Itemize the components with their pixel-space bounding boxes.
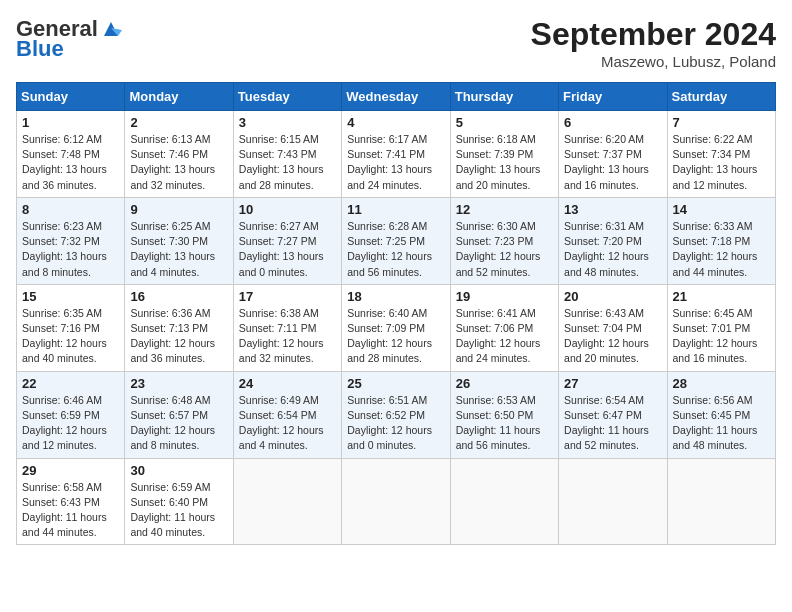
day-info: Sunrise: 6:22 AM Sunset: 7:34 PM Dayligh…: [673, 132, 770, 193]
logo-blue-text: Blue: [16, 36, 64, 62]
day-number: 25: [347, 376, 444, 391]
calendar-cell: 23Sunrise: 6:48 AM Sunset: 6:57 PM Dayli…: [125, 371, 233, 458]
calendar-cell: [450, 458, 558, 545]
location: Maszewo, Lubusz, Poland: [531, 53, 776, 70]
day-info: Sunrise: 6:46 AM Sunset: 6:59 PM Dayligh…: [22, 393, 119, 454]
calendar-cell: 20Sunrise: 6:43 AM Sunset: 7:04 PM Dayli…: [559, 284, 667, 371]
day-number: 22: [22, 376, 119, 391]
day-info: Sunrise: 6:28 AM Sunset: 7:25 PM Dayligh…: [347, 219, 444, 280]
day-info: Sunrise: 6:48 AM Sunset: 6:57 PM Dayligh…: [130, 393, 227, 454]
day-info: Sunrise: 6:59 AM Sunset: 6:40 PM Dayligh…: [130, 480, 227, 541]
day-info: Sunrise: 6:43 AM Sunset: 7:04 PM Dayligh…: [564, 306, 661, 367]
day-info: Sunrise: 6:15 AM Sunset: 7:43 PM Dayligh…: [239, 132, 336, 193]
day-info: Sunrise: 6:18 AM Sunset: 7:39 PM Dayligh…: [456, 132, 553, 193]
calendar-cell: 2Sunrise: 6:13 AM Sunset: 7:46 PM Daylig…: [125, 111, 233, 198]
day-info: Sunrise: 6:27 AM Sunset: 7:27 PM Dayligh…: [239, 219, 336, 280]
calendar-cell: 1Sunrise: 6:12 AM Sunset: 7:48 PM Daylig…: [17, 111, 125, 198]
title-block: September 2024 Maszewo, Lubusz, Poland: [531, 16, 776, 70]
day-number: 28: [673, 376, 770, 391]
calendar-week-row: 15Sunrise: 6:35 AM Sunset: 7:16 PM Dayli…: [17, 284, 776, 371]
day-number: 1: [22, 115, 119, 130]
logo-icon: [100, 18, 122, 40]
calendar-week-row: 1Sunrise: 6:12 AM Sunset: 7:48 PM Daylig…: [17, 111, 776, 198]
calendar-cell: 10Sunrise: 6:27 AM Sunset: 7:27 PM Dayli…: [233, 197, 341, 284]
weekday-header-wednesday: Wednesday: [342, 83, 450, 111]
calendar-cell: 30Sunrise: 6:59 AM Sunset: 6:40 PM Dayli…: [125, 458, 233, 545]
day-info: Sunrise: 6:40 AM Sunset: 7:09 PM Dayligh…: [347, 306, 444, 367]
weekday-header-thursday: Thursday: [450, 83, 558, 111]
month-year: September 2024: [531, 16, 776, 53]
calendar-cell: 3Sunrise: 6:15 AM Sunset: 7:43 PM Daylig…: [233, 111, 341, 198]
day-info: Sunrise: 6:36 AM Sunset: 7:13 PM Dayligh…: [130, 306, 227, 367]
weekday-header-sunday: Sunday: [17, 83, 125, 111]
day-number: 8: [22, 202, 119, 217]
day-number: 23: [130, 376, 227, 391]
day-number: 5: [456, 115, 553, 130]
day-info: Sunrise: 6:53 AM Sunset: 6:50 PM Dayligh…: [456, 393, 553, 454]
calendar-cell: 11Sunrise: 6:28 AM Sunset: 7:25 PM Dayli…: [342, 197, 450, 284]
day-number: 26: [456, 376, 553, 391]
calendar-cell: 17Sunrise: 6:38 AM Sunset: 7:11 PM Dayli…: [233, 284, 341, 371]
day-number: 21: [673, 289, 770, 304]
day-number: 20: [564, 289, 661, 304]
calendar-cell: [667, 458, 775, 545]
calendar-cell: 28Sunrise: 6:56 AM Sunset: 6:45 PM Dayli…: [667, 371, 775, 458]
day-number: 3: [239, 115, 336, 130]
calendar-cell: 6Sunrise: 6:20 AM Sunset: 7:37 PM Daylig…: [559, 111, 667, 198]
day-number: 16: [130, 289, 227, 304]
calendar-header-row: SundayMondayTuesdayWednesdayThursdayFrid…: [17, 83, 776, 111]
calendar-cell: 13Sunrise: 6:31 AM Sunset: 7:20 PM Dayli…: [559, 197, 667, 284]
day-info: Sunrise: 6:31 AM Sunset: 7:20 PM Dayligh…: [564, 219, 661, 280]
day-info: Sunrise: 6:54 AM Sunset: 6:47 PM Dayligh…: [564, 393, 661, 454]
day-info: Sunrise: 6:38 AM Sunset: 7:11 PM Dayligh…: [239, 306, 336, 367]
calendar-week-row: 29Sunrise: 6:58 AM Sunset: 6:43 PM Dayli…: [17, 458, 776, 545]
calendar-cell: [342, 458, 450, 545]
day-number: 18: [347, 289, 444, 304]
weekday-header-tuesday: Tuesday: [233, 83, 341, 111]
calendar-cell: 8Sunrise: 6:23 AM Sunset: 7:32 PM Daylig…: [17, 197, 125, 284]
weekday-header-friday: Friday: [559, 83, 667, 111]
day-number: 12: [456, 202, 553, 217]
day-number: 29: [22, 463, 119, 478]
day-info: Sunrise: 6:49 AM Sunset: 6:54 PM Dayligh…: [239, 393, 336, 454]
calendar: SundayMondayTuesdayWednesdayThursdayFrid…: [16, 82, 776, 545]
day-number: 7: [673, 115, 770, 130]
calendar-cell: 26Sunrise: 6:53 AM Sunset: 6:50 PM Dayli…: [450, 371, 558, 458]
calendar-cell: 14Sunrise: 6:33 AM Sunset: 7:18 PM Dayli…: [667, 197, 775, 284]
day-info: Sunrise: 6:41 AM Sunset: 7:06 PM Dayligh…: [456, 306, 553, 367]
calendar-cell: 21Sunrise: 6:45 AM Sunset: 7:01 PM Dayli…: [667, 284, 775, 371]
day-number: 17: [239, 289, 336, 304]
calendar-cell: 19Sunrise: 6:41 AM Sunset: 7:06 PM Dayli…: [450, 284, 558, 371]
calendar-cell: 22Sunrise: 6:46 AM Sunset: 6:59 PM Dayli…: [17, 371, 125, 458]
calendar-cell: 18Sunrise: 6:40 AM Sunset: 7:09 PM Dayli…: [342, 284, 450, 371]
calendar-cell: 9Sunrise: 6:25 AM Sunset: 7:30 PM Daylig…: [125, 197, 233, 284]
calendar-cell: 29Sunrise: 6:58 AM Sunset: 6:43 PM Dayli…: [17, 458, 125, 545]
calendar-cell: 27Sunrise: 6:54 AM Sunset: 6:47 PM Dayli…: [559, 371, 667, 458]
calendar-cell: [559, 458, 667, 545]
calendar-week-row: 22Sunrise: 6:46 AM Sunset: 6:59 PM Dayli…: [17, 371, 776, 458]
day-number: 19: [456, 289, 553, 304]
calendar-cell: 4Sunrise: 6:17 AM Sunset: 7:41 PM Daylig…: [342, 111, 450, 198]
day-info: Sunrise: 6:35 AM Sunset: 7:16 PM Dayligh…: [22, 306, 119, 367]
calendar-cell: 15Sunrise: 6:35 AM Sunset: 7:16 PM Dayli…: [17, 284, 125, 371]
day-number: 13: [564, 202, 661, 217]
day-number: 30: [130, 463, 227, 478]
calendar-cell: 5Sunrise: 6:18 AM Sunset: 7:39 PM Daylig…: [450, 111, 558, 198]
calendar-cell: 16Sunrise: 6:36 AM Sunset: 7:13 PM Dayli…: [125, 284, 233, 371]
day-number: 11: [347, 202, 444, 217]
day-info: Sunrise: 6:12 AM Sunset: 7:48 PM Dayligh…: [22, 132, 119, 193]
calendar-week-row: 8Sunrise: 6:23 AM Sunset: 7:32 PM Daylig…: [17, 197, 776, 284]
day-info: Sunrise: 6:23 AM Sunset: 7:32 PM Dayligh…: [22, 219, 119, 280]
calendar-cell: 12Sunrise: 6:30 AM Sunset: 7:23 PM Dayli…: [450, 197, 558, 284]
calendar-cell: 24Sunrise: 6:49 AM Sunset: 6:54 PM Dayli…: [233, 371, 341, 458]
logo: General Blue: [16, 16, 122, 62]
day-info: Sunrise: 6:51 AM Sunset: 6:52 PM Dayligh…: [347, 393, 444, 454]
day-number: 27: [564, 376, 661, 391]
day-info: Sunrise: 6:58 AM Sunset: 6:43 PM Dayligh…: [22, 480, 119, 541]
day-number: 9: [130, 202, 227, 217]
calendar-cell: [233, 458, 341, 545]
day-info: Sunrise: 6:45 AM Sunset: 7:01 PM Dayligh…: [673, 306, 770, 367]
day-info: Sunrise: 6:56 AM Sunset: 6:45 PM Dayligh…: [673, 393, 770, 454]
day-number: 4: [347, 115, 444, 130]
day-number: 14: [673, 202, 770, 217]
